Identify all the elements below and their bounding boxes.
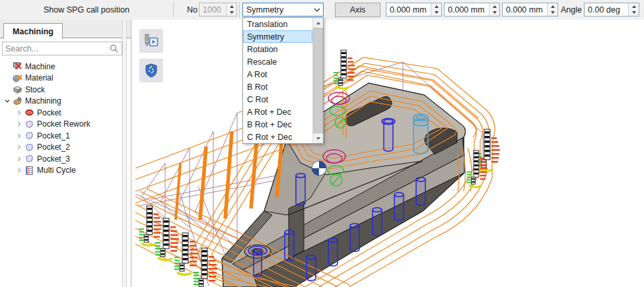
- transform-type-dropdown-list: Translation Symmetry Rotation Rescale A …: [242, 17, 324, 144]
- tree-item-pocket[interactable]: Pocket: [0, 107, 125, 119]
- tree-item-multi-cycle[interactable]: Multi Cycle: [0, 165, 125, 177]
- pocket-outline-icon: [24, 119, 35, 129]
- angle-input[interactable]: 0.00 deg: [584, 3, 639, 16]
- spin-down-icon[interactable]: [629, 10, 639, 16]
- collapsed-chevron-icon[interactable]: [15, 133, 24, 139]
- machining-icon: [12, 96, 23, 106]
- tree-item-machining[interactable]: Machining: [0, 96, 125, 108]
- offset-x-input[interactable]: 0.000 mm: [386, 3, 442, 16]
- dropdown-item-translation[interactable]: Translation: [243, 18, 312, 30]
- collapsed-chevron-icon[interactable]: [15, 110, 24, 116]
- spin-up-icon[interactable]: [489, 3, 499, 10]
- collapsed-chevron-icon[interactable]: [15, 144, 24, 150]
- pocket-outline-icon: [24, 154, 35, 164]
- tab-machining[interactable]: Machining: [3, 23, 63, 39]
- collapsed-chevron-icon[interactable]: [15, 167, 24, 174]
- transform-type-combobox[interactable]: Symmetry: [242, 3, 324, 16]
- no-label: No: [187, 0, 197, 19]
- spin-up-icon[interactable]: [431, 3, 441, 10]
- cam-application-window: Show SPG call position No 1000 Symmetry …: [0, 0, 644, 287]
- toolbar-separator: [173, 2, 174, 18]
- dropdown-item-c-rot-dec[interactable]: C Rot + Dec: [243, 131, 312, 143]
- stock-icon: [12, 84, 23, 94]
- spg-number-input[interactable]: 1000: [199, 3, 237, 16]
- verify-stock-button[interactable]: [139, 59, 163, 82]
- origin-marker-icon: [312, 161, 326, 175]
- tree-item-material[interactable]: Material: [0, 73, 125, 84]
- spin-up-icon[interactable]: [227, 3, 236, 10]
- machine-icon: [12, 61, 23, 71]
- pocket-icon: [24, 108, 35, 117]
- angle-label: Angle: [561, 0, 582, 19]
- tree-item-pocket-2[interactable]: Pocket_2: [0, 142, 125, 154]
- toolbar-separator: [239, 2, 240, 18]
- dropdown-item-rotation[interactable]: Rotation: [243, 43, 312, 55]
- scrollbar-thumb[interactable]: [313, 28, 323, 133]
- pocket-outline-icon: [24, 131, 35, 141]
- spin-up-icon[interactable]: [548, 3, 557, 10]
- expanded-chevron-icon[interactable]: [3, 98, 12, 104]
- panel-scrollbar[interactable]: [122, 20, 127, 287]
- spg-number-spinner[interactable]: [226, 3, 236, 16]
- counterbore-cylinder: [413, 114, 428, 154]
- tree-item-pocket-3[interactable]: Pocket_3: [0, 153, 125, 165]
- spin-down-icon[interactable]: [227, 10, 236, 16]
- scroll-down-icon[interactable]: [313, 133, 323, 143]
- collapsed-chevron-icon[interactable]: [15, 121, 24, 127]
- machining-scene: [131, 20, 644, 287]
- spin-down-icon[interactable]: [431, 10, 441, 16]
- dropdown-item-c-rot[interactable]: C Rot: [243, 93, 312, 106]
- dropdown-item-a-rot[interactable]: A Rot: [243, 68, 312, 80]
- spin-down-icon[interactable]: [548, 10, 557, 16]
- chevron-down-icon[interactable]: [311, 7, 323, 13]
- viewport-3d[interactable]: [131, 20, 644, 287]
- dropdown-scrollbar[interactable]: [312, 18, 323, 143]
- search-icon: [109, 44, 120, 54]
- collapsed-chevron-icon[interactable]: [15, 156, 24, 162]
- tool-play-icon: [143, 32, 160, 49]
- dropdown-item-a-rot-dec[interactable]: A Rot + Dec: [243, 106, 312, 118]
- tree-item-pocket-rework[interactable]: Pocket Rework: [0, 119, 125, 131]
- dropdown-item-b-rot[interactable]: B Rot: [243, 80, 312, 93]
- spin-up-icon[interactable]: [629, 3, 639, 10]
- operations-tree: Machine Material Stock: [0, 61, 125, 176]
- dropdown-item-rescale[interactable]: Rescale: [243, 55, 312, 68]
- offset-z-input[interactable]: 0.000 mm: [502, 3, 558, 16]
- material-icon: [12, 73, 23, 83]
- multi-cycle-icon: [24, 166, 35, 175]
- axis-button[interactable]: Axis: [335, 3, 380, 17]
- show-spg-call-position-button[interactable]: Show SPG call position: [0, 0, 173, 19]
- simulate-toolpath-button[interactable]: [139, 29, 163, 53]
- dropdown-item-b-rot-dec[interactable]: B Rot + Dec: [243, 118, 312, 131]
- offset-y-input[interactable]: 0.000 mm: [444, 3, 500, 16]
- tree-item-pocket-1[interactable]: Pocket_1: [0, 130, 125, 142]
- pocket-outline-icon: [24, 143, 35, 152]
- tree-item-stock[interactable]: Stock: [0, 84, 125, 96]
- tree-item-machine[interactable]: Machine: [0, 61, 125, 73]
- shield-icon: [143, 63, 159, 79]
- machining-manager-panel: Machining Search... Machine Materi: [0, 20, 131, 287]
- spin-down-icon[interactable]: [489, 10, 499, 16]
- search-input[interactable]: Search...: [2, 42, 122, 55]
- dropdown-item-symmetry[interactable]: Symmetry: [243, 30, 312, 43]
- scroll-up-icon[interactable]: [313, 18, 323, 28]
